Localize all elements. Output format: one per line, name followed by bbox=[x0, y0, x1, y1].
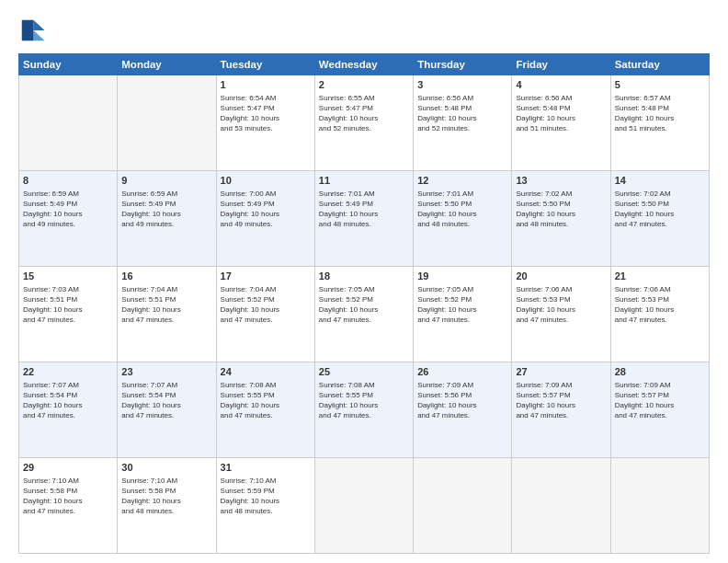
calendar-cell bbox=[118, 75, 216, 171]
calendar-cell: 17Sunrise: 7:04 AM Sunset: 5:52 PM Dayli… bbox=[216, 267, 314, 362]
cell-content: Sunrise: 6:55 AM Sunset: 5:47 PM Dayligh… bbox=[319, 93, 409, 134]
calendar-cell: 16Sunrise: 7:04 AM Sunset: 5:51 PM Dayli… bbox=[118, 267, 216, 362]
cell-content: Sunrise: 6:54 AM Sunset: 5:47 PM Dayligh… bbox=[221, 93, 311, 134]
day-number: 30 bbox=[121, 461, 211, 475]
calendar-cell: 10Sunrise: 7:00 AM Sunset: 5:49 PM Dayli… bbox=[216, 171, 314, 267]
calendar-cell: 21Sunrise: 7:06 AM Sunset: 5:53 PM Dayli… bbox=[610, 267, 709, 362]
cell-content: Sunrise: 7:10 AM Sunset: 5:58 PM Dayligh… bbox=[121, 476, 211, 517]
day-number: 25 bbox=[319, 365, 409, 379]
calendar-cell: 26Sunrise: 7:09 AM Sunset: 5:56 PM Dayli… bbox=[414, 362, 512, 458]
calendar-cell: 13Sunrise: 7:02 AM Sunset: 5:50 PM Dayli… bbox=[512, 171, 610, 267]
calendar-cell: 8Sunrise: 6:59 AM Sunset: 5:49 PM Daylig… bbox=[19, 171, 118, 267]
svg-rect-2 bbox=[22, 20, 34, 41]
cell-content: Sunrise: 6:57 AM Sunset: 5:48 PM Dayligh… bbox=[615, 93, 705, 134]
calendar-cell bbox=[19, 75, 118, 171]
day-number: 22 bbox=[23, 365, 113, 379]
calendar-cell bbox=[512, 458, 610, 554]
calendar-cell: 23Sunrise: 7:07 AM Sunset: 5:54 PM Dayli… bbox=[118, 362, 216, 458]
calendar-cell: 11Sunrise: 7:01 AM Sunset: 5:49 PM Dayli… bbox=[314, 171, 413, 267]
day-number: 27 bbox=[516, 365, 606, 379]
cell-content: Sunrise: 7:05 AM Sunset: 5:52 PM Dayligh… bbox=[417, 284, 507, 326]
calendar-table: SundayMondayTuesdayWednesdayThursdayFrid… bbox=[18, 53, 710, 554]
cell-content: Sunrise: 7:03 AM Sunset: 5:51 PM Dayligh… bbox=[23, 284, 113, 326]
day-number: 1 bbox=[221, 78, 311, 92]
day-number: 24 bbox=[221, 365, 311, 379]
cell-content: Sunrise: 6:59 AM Sunset: 5:49 PM Dayligh… bbox=[121, 189, 211, 230]
day-number: 12 bbox=[417, 174, 507, 188]
day-number: 3 bbox=[417, 78, 507, 92]
day-number: 16 bbox=[121, 270, 211, 283]
calendar-cell: 15Sunrise: 7:03 AM Sunset: 5:51 PM Dayli… bbox=[19, 267, 118, 362]
day-number: 31 bbox=[221, 461, 311, 475]
day-number: 2 bbox=[319, 78, 409, 92]
calendar-cell: 30Sunrise: 7:10 AM Sunset: 5:58 PM Dayli… bbox=[118, 458, 216, 554]
cell-content: Sunrise: 7:02 AM Sunset: 5:50 PM Dayligh… bbox=[615, 189, 705, 230]
calendar-cell bbox=[610, 458, 709, 554]
cell-content: Sunrise: 7:09 AM Sunset: 5:57 PM Dayligh… bbox=[516, 380, 606, 421]
cell-content: Sunrise: 7:06 AM Sunset: 5:53 PM Dayligh… bbox=[516, 284, 606, 326]
day-number: 29 bbox=[23, 461, 113, 475]
day-number: 28 bbox=[615, 365, 705, 379]
day-number: 5 bbox=[615, 78, 705, 92]
calendar-header-saturday: Saturday bbox=[610, 54, 709, 75]
calendar-cell: 12Sunrise: 7:01 AM Sunset: 5:50 PM Dayli… bbox=[414, 171, 512, 267]
day-number: 15 bbox=[23, 270, 113, 283]
cell-content: Sunrise: 7:02 AM Sunset: 5:50 PM Dayligh… bbox=[516, 189, 606, 230]
day-number: 9 bbox=[121, 174, 211, 188]
calendar-cell: 20Sunrise: 7:06 AM Sunset: 5:53 PM Dayli… bbox=[512, 267, 610, 362]
cell-content: Sunrise: 7:10 AM Sunset: 5:58 PM Dayligh… bbox=[23, 476, 113, 517]
calendar-header-wednesday: Wednesday bbox=[314, 54, 413, 75]
cell-content: Sunrise: 7:07 AM Sunset: 5:54 PM Dayligh… bbox=[23, 380, 113, 421]
calendar-header-tuesday: Tuesday bbox=[216, 54, 314, 75]
cell-content: Sunrise: 7:04 AM Sunset: 5:51 PM Dayligh… bbox=[121, 284, 211, 326]
cell-content: Sunrise: 7:10 AM Sunset: 5:59 PM Dayligh… bbox=[221, 476, 311, 517]
svg-marker-0 bbox=[34, 20, 45, 30]
day-number: 13 bbox=[516, 174, 606, 188]
header bbox=[18, 17, 710, 44]
calendar-cell bbox=[414, 458, 512, 554]
calendar-week-3: 15Sunrise: 7:03 AM Sunset: 5:51 PM Dayli… bbox=[19, 267, 710, 362]
cell-content: Sunrise: 7:01 AM Sunset: 5:50 PM Dayligh… bbox=[417, 189, 507, 230]
logo-icon bbox=[18, 17, 46, 44]
calendar-header-thursday: Thursday bbox=[414, 54, 512, 75]
cell-content: Sunrise: 7:07 AM Sunset: 5:54 PM Dayligh… bbox=[121, 380, 211, 421]
calendar-cell: 24Sunrise: 7:08 AM Sunset: 5:55 PM Dayli… bbox=[216, 362, 314, 458]
calendar-cell bbox=[314, 458, 413, 554]
day-number: 18 bbox=[319, 270, 409, 283]
calendar-week-4: 22Sunrise: 7:07 AM Sunset: 5:54 PM Dayli… bbox=[19, 362, 710, 458]
cell-content: Sunrise: 7:01 AM Sunset: 5:49 PM Dayligh… bbox=[319, 189, 409, 230]
page: SundayMondayTuesdayWednesdayThursdayFrid… bbox=[0, 0, 728, 563]
cell-content: Sunrise: 7:04 AM Sunset: 5:52 PM Dayligh… bbox=[221, 284, 311, 326]
day-number: 19 bbox=[417, 270, 507, 283]
cell-content: Sunrise: 6:59 AM Sunset: 5:49 PM Dayligh… bbox=[23, 189, 113, 230]
calendar-cell: 25Sunrise: 7:08 AM Sunset: 5:55 PM Dayli… bbox=[314, 362, 413, 458]
calendar-cell: 28Sunrise: 7:09 AM Sunset: 5:57 PM Dayli… bbox=[610, 362, 709, 458]
day-number: 11 bbox=[319, 174, 409, 188]
calendar-week-1: 1Sunrise: 6:54 AM Sunset: 5:47 PM Daylig… bbox=[19, 75, 710, 171]
calendar-cell: 22Sunrise: 7:07 AM Sunset: 5:54 PM Dayli… bbox=[19, 362, 118, 458]
cell-content: Sunrise: 7:00 AM Sunset: 5:49 PM Dayligh… bbox=[221, 189, 311, 230]
day-number: 10 bbox=[221, 174, 311, 188]
calendar-header-monday: Monday bbox=[118, 54, 216, 75]
calendar-week-5: 29Sunrise: 7:10 AM Sunset: 5:58 PM Dayli… bbox=[19, 458, 710, 554]
cell-content: Sunrise: 6:56 AM Sunset: 5:48 PM Dayligh… bbox=[516, 93, 606, 134]
day-number: 26 bbox=[417, 365, 507, 379]
calendar-cell: 29Sunrise: 7:10 AM Sunset: 5:58 PM Dayli… bbox=[19, 458, 118, 554]
cell-content: Sunrise: 7:08 AM Sunset: 5:55 PM Dayligh… bbox=[221, 380, 311, 421]
day-number: 20 bbox=[516, 270, 606, 283]
calendar-cell: 18Sunrise: 7:05 AM Sunset: 5:52 PM Dayli… bbox=[314, 267, 413, 362]
day-number: 14 bbox=[615, 174, 705, 188]
calendar-cell: 19Sunrise: 7:05 AM Sunset: 5:52 PM Dayli… bbox=[414, 267, 512, 362]
calendar-cell: 9Sunrise: 6:59 AM Sunset: 5:49 PM Daylig… bbox=[118, 171, 216, 267]
cell-content: Sunrise: 7:05 AM Sunset: 5:52 PM Dayligh… bbox=[319, 284, 409, 326]
day-number: 4 bbox=[516, 78, 606, 92]
logo bbox=[18, 17, 50, 44]
calendar-cell: 27Sunrise: 7:09 AM Sunset: 5:57 PM Dayli… bbox=[512, 362, 610, 458]
day-number: 23 bbox=[121, 365, 211, 379]
calendar-cell: 1Sunrise: 6:54 AM Sunset: 5:47 PM Daylig… bbox=[216, 75, 314, 171]
cell-content: Sunrise: 7:08 AM Sunset: 5:55 PM Dayligh… bbox=[319, 380, 409, 421]
calendar-cell: 14Sunrise: 7:02 AM Sunset: 5:50 PM Dayli… bbox=[610, 171, 709, 267]
cell-content: Sunrise: 6:56 AM Sunset: 5:48 PM Dayligh… bbox=[417, 93, 507, 134]
calendar-header-sunday: Sunday bbox=[19, 54, 118, 75]
cell-content: Sunrise: 7:06 AM Sunset: 5:53 PM Dayligh… bbox=[615, 284, 705, 326]
